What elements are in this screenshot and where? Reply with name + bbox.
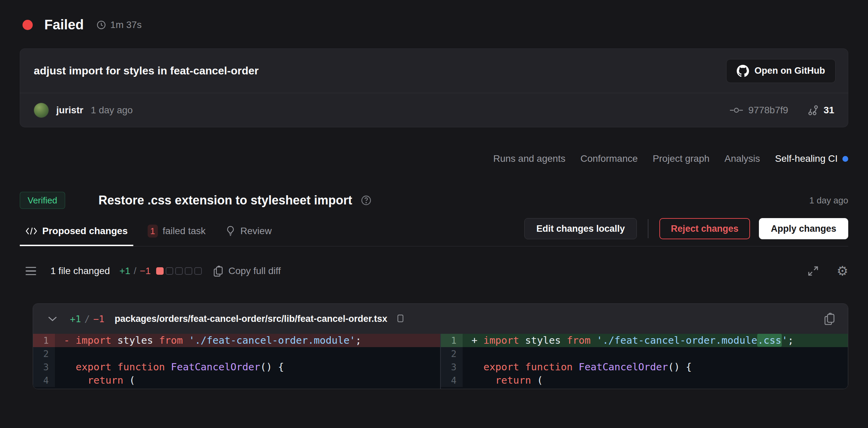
line-number: 4 <box>33 374 55 387</box>
commit-icon <box>729 106 744 115</box>
avatar <box>34 103 49 118</box>
nav-item-self-healing-ci[interactable]: Self-healing CI <box>775 153 848 164</box>
open-on-github-label: Open on GitHub <box>754 66 825 76</box>
edit-changes-locally-button[interactable]: Edit changes locally <box>524 218 637 239</box>
clock-icon <box>96 20 106 30</box>
lightbulb-icon <box>225 226 236 237</box>
diff-line: 3 export function FeatCancelOrder() { <box>441 360 848 374</box>
apply-changes-button[interactable]: Apply changes <box>759 218 848 239</box>
diff-side-by-side: 1- import styles from './feat-cancel-ord… <box>33 334 848 389</box>
diff-line: 2 <box>33 347 440 360</box>
diff-file-header: +1 / −1 packages/orders/feat-cancel-orde… <box>33 304 848 334</box>
fix-title: Restore .css extension to stylesheet imp… <box>99 193 352 208</box>
fix-tabs-row: Proposed changes 1 failed task Review Ed… <box>20 221 848 246</box>
code-text <box>463 347 848 360</box>
notification-dot <box>842 156 848 162</box>
tab-failed-task-label: failed task <box>163 226 206 237</box>
open-on-github-button[interactable]: Open on GitHub <box>726 59 836 83</box>
diffstat-squares <box>156 267 202 275</box>
commit-title-row: adjust import for styles in feat-cancel-… <box>20 49 848 93</box>
code-text: - import styles from './feat-cancel-orde… <box>55 334 440 347</box>
code-text: + import styles from './feat-cancel-orde… <box>463 334 848 347</box>
copy-path-icon[interactable] <box>395 314 404 324</box>
diff-line: 1+ import styles from './feat-cancel-ord… <box>441 334 848 347</box>
failed-status-dot <box>23 20 33 30</box>
commit-author: juristr <box>56 105 83 116</box>
nav-item-analysis[interactable]: Analysis <box>724 153 760 164</box>
reject-changes-button[interactable]: Reject changes <box>659 218 750 239</box>
line-number: 4 <box>441 374 463 387</box>
branch-count-group[interactable]: 31 <box>807 104 834 116</box>
pipeline-duration-value: 1m 37s <box>110 19 142 30</box>
deletions-count: −1 <box>140 266 151 276</box>
diffstat-square <box>166 267 173 275</box>
chevron-down-icon[interactable] <box>47 315 58 323</box>
nav-item-project-graph[interactable]: Project graph <box>653 153 710 164</box>
copy-file-diff-icon[interactable] <box>823 312 836 325</box>
copy-full-diff-button[interactable]: Copy full diff <box>213 265 281 277</box>
commit-title: adjust import for styles in feat-cancel-… <box>34 65 259 77</box>
diff-pane-before: 1- import styles from './feat-cancel-ord… <box>33 334 441 389</box>
workspace-nav: Runs and agents Conformance Project grap… <box>20 153 848 164</box>
code-text: export function FeatCancelOrder() { <box>463 360 848 374</box>
line-number: 2 <box>33 347 55 360</box>
line-number: 3 <box>441 360 463 374</box>
fix-header: Verified Restore .css extension to style… <box>20 191 848 209</box>
diff-toolbar: 1 file changed +1 / −1 Copy full diff ⚙ <box>20 263 848 279</box>
github-icon <box>737 65 749 77</box>
tab-review-label: Review <box>240 226 272 237</box>
code-icon <box>25 227 38 236</box>
diff-line: 4 return ( <box>441 374 848 387</box>
nav-item-conformance[interactable]: Conformance <box>580 153 638 164</box>
commit-card: adjust import for styles in feat-cancel-… <box>20 48 848 127</box>
diff-line: 4 return ( <box>33 374 440 387</box>
pipeline-duration: 1m 37s <box>96 19 142 30</box>
fix-actions: Edit changes locally Reject changes Appl… <box>524 218 848 239</box>
verified-badge: Verified <box>20 192 65 209</box>
code-text: return ( <box>55 374 440 387</box>
pipeline-status-row: Failed 1m 37s <box>23 0 848 32</box>
code-text: export function FeatCancelOrder() { <box>55 360 440 374</box>
diffstat-square <box>175 267 183 275</box>
diff-line: 2 <box>441 347 848 360</box>
diffstat-square <box>156 267 164 275</box>
failed-task-count-badge: 1 <box>148 225 158 238</box>
diff-line: 1- import styles from './feat-cancel-ord… <box>33 334 440 347</box>
tab-failed-task[interactable]: 1 failed task <box>142 221 211 246</box>
pipeline-status-label: Failed <box>44 17 84 32</box>
branch-count: 31 <box>824 105 834 116</box>
help-icon[interactable] <box>360 195 372 206</box>
line-number: 1 <box>33 334 55 347</box>
line-number: 2 <box>441 347 463 360</box>
files-changed-label: 1 file changed <box>50 266 110 276</box>
additions-count: +1 <box>119 266 130 276</box>
commit-hash-group[interactable]: 9778b7f9 <box>729 105 788 116</box>
file-list-menu-icon[interactable] <box>26 267 36 275</box>
diff-file-path: packages/orders/feat-cancel-order/src/li… <box>115 314 387 324</box>
diff-panel: +1 / −1 packages/orders/feat-cancel-orde… <box>33 303 848 389</box>
diffstat-text: +1 / −1 <box>119 266 151 276</box>
commit-time-ago: 1 day ago <box>91 105 133 116</box>
branch-icon <box>807 104 819 116</box>
tab-proposed-changes[interactable]: Proposed changes <box>20 221 133 246</box>
actions-divider <box>648 219 648 238</box>
copy-full-diff-label: Copy full diff <box>228 266 281 276</box>
nav-item-runs-and-agents[interactable]: Runs and agents <box>493 153 566 164</box>
line-number: 3 <box>33 360 55 374</box>
nav-item-self-healing-ci-label: Self-healing CI <box>775 153 838 164</box>
tab-proposed-changes-label: Proposed changes <box>42 226 128 237</box>
commit-meta-row: juristr 1 day ago 9778b7f9 31 <box>20 93 848 127</box>
diff-line: 3 export function FeatCancelOrder() { <box>33 360 440 374</box>
self-healing-ci-page: Failed 1m 37s adjust import for styles i… <box>0 0 868 428</box>
line-number: 1 <box>441 334 463 347</box>
code-text <box>55 347 440 360</box>
commit-hash: 9778b7f9 <box>748 105 788 116</box>
code-text: return ( <box>463 374 848 387</box>
copy-icon <box>213 265 224 277</box>
expand-icon[interactable] <box>807 265 819 277</box>
tab-review[interactable]: Review <box>220 221 277 246</box>
diffstat-square <box>185 267 192 275</box>
diffstat-square <box>194 267 202 275</box>
gear-icon[interactable]: ⚙ <box>837 265 848 277</box>
file-diffstat: +1 / −1 <box>70 314 104 324</box>
